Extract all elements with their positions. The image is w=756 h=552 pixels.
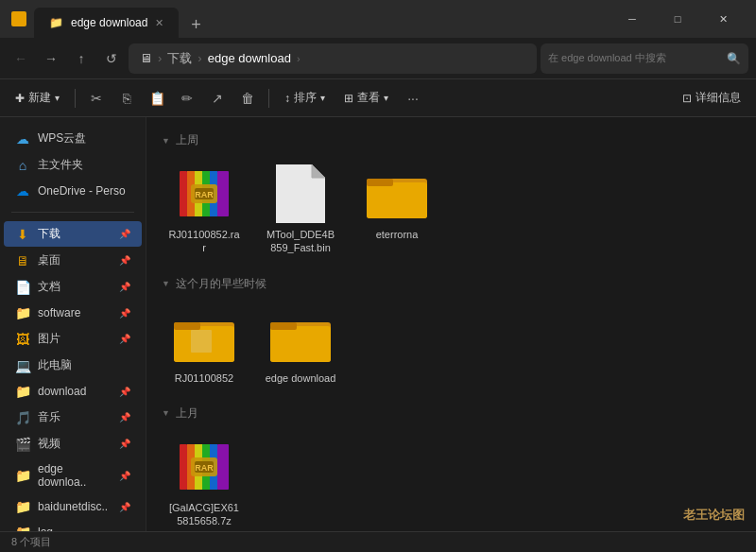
sort-button[interactable]: ↕ 排序 ▾ — [277, 86, 333, 110]
tab-title: edge download — [71, 16, 147, 29]
minimize-button[interactable]: ─ — [610, 4, 654, 34]
rar2-icon: RAR — [174, 439, 234, 495]
sidebar-item-software[interactable]: 📁 software 📌 — [4, 301, 142, 325]
sidebar-item-thispc[interactable]: 💻 此电脑 — [4, 353, 142, 378]
up-button[interactable]: ↑ — [68, 45, 94, 72]
search-icon[interactable]: 🔍 — [727, 52, 741, 65]
active-tab[interactable]: 📁 edge download ✕ — [34, 8, 179, 38]
rar-svg: RAR — [176, 165, 232, 222]
sidebar-item-desktop[interactable]: 🖥 桌面 📌 — [4, 248, 142, 273]
tab-close-btn[interactable]: ✕ — [155, 17, 163, 29]
file-item-rar1[interactable]: RAR RJ01100852.rar — [162, 160, 247, 261]
sidebar-item-edgedownload[interactable]: 📁 edge downloa.. 📌 — [4, 457, 142, 493]
video-pin: 📌 — [119, 439, 130, 449]
view-button[interactable]: ⊞ 查看 ▾ — [336, 86, 396, 110]
toolbar-separator-2 — [268, 89, 269, 108]
sidebar-item-onedrive[interactable]: ☁ OneDrive - Perso — [4, 179, 142, 203]
address-bar[interactable]: 🖥 › 下载 › edge download › — [129, 43, 537, 74]
sort-icon: ↕ — [284, 92, 290, 105]
new-button[interactable]: ✚ 新建 ▾ — [8, 86, 67, 110]
pic-pin: 📌 — [119, 334, 130, 344]
folder-svg-2 — [174, 313, 234, 362]
folder1-icon — [367, 165, 427, 222]
more-button[interactable]: ··· — [400, 85, 426, 112]
sidebar-item-home[interactable]: ⌂ 主文件夹 — [4, 152, 142, 178]
close-button[interactable]: ✕ — [701, 4, 745, 34]
file-item-bin1[interactable]: MTool_DDE4B859_Fast.bin — [258, 160, 343, 261]
detail-button[interactable]: ⊡ 详细信息 — [675, 86, 748, 110]
sidebar-item-documents[interactable]: 📄 文档 📌 — [4, 274, 142, 300]
bin1-name: MTool_DDE4B859_Fast.bin — [264, 228, 337, 255]
rar1-name: RJ01100852.rar — [167, 228, 241, 255]
navigation-bar: ← → ↑ ↺ 🖥 › 下载 › edge download › 在 edge … — [0, 38, 756, 79]
sidebar-home-label: 主文件夹 — [38, 157, 83, 173]
downloads-icon: ⬇ — [15, 227, 30, 242]
cut-button[interactable]: ✂ — [83, 85, 110, 112]
sidebar-wps-label: WPS云盘 — [38, 130, 86, 147]
sidebar-item-download2[interactable]: 📁 download 📌 — [4, 379, 142, 404]
device-icon: 🖥 — [140, 51, 152, 65]
music-pin: 📌 — [119, 412, 130, 423]
sidebar-desktop-label: 桌面 — [38, 252, 60, 268]
search-bar[interactable]: 在 edge download 中搜索 🔍 — [541, 43, 748, 74]
breadcrumb-downloads[interactable]: 下载 — [167, 50, 192, 67]
edgedl-pin: 📌 — [119, 471, 130, 481]
section-label-lastweek: 上周 — [162, 132, 741, 148]
svg-rect-23 — [270, 326, 331, 362]
sidebar-item-pictures[interactable]: 🖼 图片 📌 — [4, 326, 142, 352]
doc-icon: 📄 — [15, 280, 30, 295]
pc-icon: 💻 — [15, 358, 30, 373]
back-button[interactable]: ← — [8, 45, 34, 72]
sidebar-doc-label: 文档 — [38, 279, 60, 295]
new-tab-button[interactable]: + — [182, 11, 209, 38]
toolbar-separator-1 — [75, 89, 76, 108]
onedrive-icon: ☁ — [15, 183, 30, 198]
sidebar-downloads-label: 下载 — [38, 226, 60, 242]
maximize-button[interactable]: □ — [656, 4, 699, 34]
video-icon: 🎬 — [15, 437, 30, 452]
sidebar-item-wps[interactable]: ☁ WPS云盘 — [4, 126, 142, 151]
paste-button[interactable]: 📋 — [144, 85, 170, 112]
svg-rect-24 — [270, 322, 297, 330]
new-icon: ✚ — [15, 92, 25, 105]
sidebar-video-label: 视频 — [38, 436, 60, 452]
baidunet-pin: 📌 — [119, 502, 130, 512]
delete-button[interactable]: 🗑 — [234, 85, 261, 112]
breadcrumb-current[interactable]: edge download — [208, 51, 291, 65]
sidebar-divider — [11, 212, 134, 213]
sidebar-log-label: log — [38, 526, 53, 531]
downloads-pin: 📌 — [119, 229, 130, 239]
title-bar-icon — [11, 11, 26, 26]
svg-text:RAR: RAR — [195, 463, 214, 473]
forward-button[interactable]: → — [38, 45, 64, 72]
sidebar-music-label: 音乐 — [38, 409, 60, 425]
bin-svg — [276, 164, 325, 223]
rename-button[interactable]: ✏ — [174, 85, 200, 112]
sidebar-edgedl-label: edge downloa.. — [38, 462, 112, 489]
dl2-pin: 📌 — [119, 387, 130, 397]
sidebar-item-music[interactable]: 🎵 音乐 📌 — [4, 405, 142, 430]
share-button[interactable]: ↗ — [204, 85, 231, 112]
file-item-folder1[interactable]: eterrorna — [354, 160, 439, 261]
status-bar: 8 个项目 — [0, 531, 756, 552]
sidebar-item-downloads[interactable]: ⬇ 下载 📌 — [4, 221, 142, 247]
copy-button[interactable]: ⎘ — [113, 85, 140, 112]
sidebar-quick-section: ⬇ 下载 📌 🖥 桌面 📌 📄 文档 📌 📁 software 📌 🖼 — [0, 216, 146, 531]
file-item-folder2[interactable]: RJ01100852 — [162, 303, 247, 390]
sidebar-pic-label: 图片 — [38, 331, 60, 347]
baidunet-icon: 📁 — [15, 499, 30, 514]
refresh-button[interactable]: ↺ — [98, 45, 125, 72]
sort-dropdown-icon: ▾ — [320, 93, 325, 103]
sidebar-item-video[interactable]: 🎬 视频 📌 — [4, 431, 142, 457]
folder-svg-3 — [270, 313, 331, 362]
folder-svg-1 — [367, 169, 427, 218]
section-label-lastmonth: 上月 — [162, 405, 741, 422]
sidebar-item-baidunet[interactable]: 📁 baidunetdisc.. 📌 — [4, 494, 142, 519]
svg-rect-21 — [191, 330, 212, 353]
sidebar-item-log[interactable]: 📁 log — [4, 520, 142, 531]
file-item-folder3[interactable]: edge download — [258, 303, 343, 390]
pic-icon: 🖼 — [15, 332, 30, 347]
toolbar: ✚ 新建 ▾ ✂ ⎘ 📋 ✏ ↗ 🗑 ↕ 排序 ▾ ⊞ 查看 ▾ ··· ⊡ 详… — [0, 79, 756, 117]
svg-rect-20 — [174, 322, 200, 330]
file-item-rar2[interactable]: RAR [GalACG]EX615815658.7z — [162, 433, 247, 531]
